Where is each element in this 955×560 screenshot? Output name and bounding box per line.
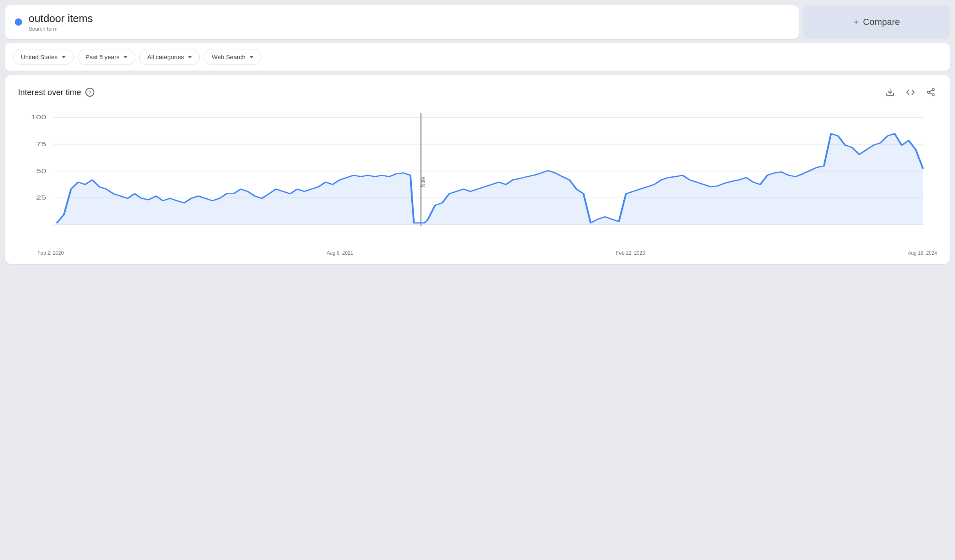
region-filter-button[interactable]: United States — [13, 49, 74, 65]
compare-card[interactable]: + Compare — [803, 5, 950, 39]
category-chevron-icon — [188, 56, 192, 58]
share-button[interactable] — [925, 86, 937, 98]
chart-svg: 100 75 50 25 Note — [18, 108, 937, 247]
chart-actions — [884, 86, 937, 98]
chart-title-row: Interest over time ? — [18, 88, 94, 97]
search-card: outdoor items Search term — [5, 5, 799, 39]
time-filter-label: Past 5 years — [85, 53, 119, 60]
chart-container: 100 75 50 25 Note — [18, 108, 937, 247]
search-dot — [15, 18, 22, 26]
svg-line-5 — [930, 90, 932, 92]
time-chevron-icon — [123, 56, 127, 58]
svg-line-4 — [930, 93, 932, 95]
x-label-1: Feb 2, 2020 — [38, 250, 64, 256]
x-label-4: Aug 18, 2024 — [908, 250, 937, 256]
region-filter-label: United States — [21, 53, 58, 60]
embed-button[interactable] — [904, 86, 917, 98]
chart-header: Interest over time ? — [18, 86, 937, 98]
svg-text:25: 25 — [36, 194, 46, 201]
category-filter-label: All categories — [147, 53, 184, 60]
embed-icon — [906, 88, 915, 97]
svg-marker-17 — [57, 134, 923, 225]
time-filter-button[interactable]: Past 5 years — [78, 49, 135, 65]
search-type-filter-button[interactable]: Web Search — [204, 49, 261, 65]
search-term: outdoor items — [29, 12, 93, 25]
search-text-block: outdoor items Search term — [29, 12, 93, 32]
svg-text:50: 50 — [36, 168, 46, 174]
compare-plus-icon: + — [853, 16, 859, 28]
filters-row: United States Past 5 years All categorie… — [5, 43, 950, 71]
category-filter-button[interactable]: All categories — [139, 49, 200, 65]
x-axis-labels: Feb 2, 2020 Aug 8, 2021 Feb 12, 2023 Aug… — [18, 247, 937, 256]
search-type-chevron-icon — [250, 56, 254, 58]
svg-text:Note: Note — [419, 177, 427, 187]
download-icon — [886, 88, 895, 97]
download-button[interactable] — [884, 86, 896, 98]
x-label-2: Aug 8, 2021 — [327, 250, 353, 256]
share-icon — [926, 88, 935, 97]
region-chevron-icon — [62, 56, 66, 58]
help-icon[interactable]: ? — [85, 88, 94, 97]
search-sublabel: Search term — [29, 26, 93, 32]
x-label-3: Feb 12, 2023 — [616, 250, 645, 256]
chart-card: Interest over time ? — [5, 75, 950, 264]
compare-label: Compare — [863, 17, 900, 27]
chart-title: Interest over time — [18, 88, 81, 97]
svg-text:100: 100 — [31, 114, 47, 120]
search-type-filter-label: Web Search — [212, 53, 245, 60]
svg-text:75: 75 — [36, 141, 46, 147]
